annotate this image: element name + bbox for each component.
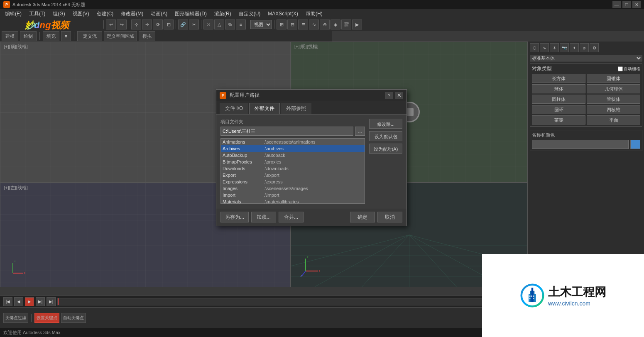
menu-graph-editor[interactable]: 图形编辑器(D) — [171, 10, 210, 18]
menu-modifier[interactable]: 修改器(M) — [118, 10, 147, 18]
schematic-button[interactable]: ⊕ — [320, 20, 330, 29]
curve-editor-button[interactable]: ∿ — [309, 20, 319, 29]
define-flow-button[interactable]: 定义流 — [77, 31, 102, 41]
menu-render[interactable]: 渲染(R) — [211, 10, 235, 18]
ok-button[interactable]: 确定 — [350, 212, 375, 222]
go-end-button[interactable]: ▶| — [47, 297, 56, 306]
object-name-input[interactable] — [532, 140, 629, 149]
menu-edit[interactable]: 编辑(E) — [2, 10, 25, 18]
minimize-button[interactable]: — — [612, 1, 621, 8]
unlink-button[interactable]: ✂ — [189, 20, 199, 29]
list-item-archives[interactable]: Archives .\archives — [221, 145, 365, 152]
align-button[interactable]: ⊟ — [287, 20, 297, 29]
pyramid-button[interactable]: 四棱锥 — [587, 105, 640, 114]
layer-button[interactable]: ≣ — [298, 20, 308, 29]
spinner-snap-button[interactable]: ≡ — [236, 20, 246, 29]
object-category-select[interactable]: 标准基本体 — [530, 55, 642, 61]
menu-help[interactable]: 帮助(H) — [302, 10, 326, 18]
menu-maxscript[interactable]: MAXScript(X) — [264, 10, 301, 17]
list-item-animations[interactable]: Animations .\sceneassets\animations — [221, 139, 365, 145]
list-item-autobackup[interactable]: AutoBackup .\autoback — [221, 152, 365, 159]
list-item-materials[interactable]: Materials .\materiallibraries — [221, 198, 365, 204]
tube-button[interactable]: 管状体 — [587, 95, 640, 104]
simulate-button[interactable]: 模拟 — [139, 31, 155, 41]
key-filter-button[interactable]: 关键点过滤 — [3, 313, 28, 323]
create-camera-icon[interactable]: 📷 — [560, 43, 569, 52]
menu-tools[interactable]: 工具(T) — [26, 10, 49, 18]
cone-button[interactable]: 圆锥体 — [587, 74, 640, 83]
teapot-button[interactable]: 茶壶 — [532, 115, 585, 125]
play-button[interactable]: ▶ — [25, 297, 34, 306]
undo-button[interactable]: ↩ — [106, 20, 116, 29]
list-item-export[interactable]: Export .\export — [221, 172, 365, 178]
box-button[interactable]: 长方体 — [532, 74, 585, 83]
paths-list[interactable]: Animations .\sceneassets\animations Arch… — [220, 138, 365, 204]
menu-animation[interactable]: 动画(A) — [147, 10, 171, 18]
menu-group[interactable]: 组(G) — [49, 10, 68, 18]
fill-button[interactable]: 填充 — [43, 31, 59, 41]
modify-path-button[interactable]: 修改路... — [369, 119, 402, 129]
list-item-images[interactable]: Images .\sceneassets\images — [221, 185, 365, 192]
scale-button[interactable]: ⊡ — [164, 20, 174, 29]
percent-snap-button[interactable]: % — [225, 20, 235, 29]
link-button[interactable]: 🔗 — [178, 20, 188, 29]
set-key-button[interactable]: 设置关键点 — [34, 313, 59, 323]
go-start-button[interactable]: |◀ — [3, 297, 12, 306]
create-geometry-icon[interactable]: ⬡ — [530, 43, 539, 52]
close-button[interactable]: ✕ — [632, 1, 641, 8]
list-item-downloads[interactable]: Downloads .\downloads — [221, 165, 365, 172]
project-path-input[interactable] — [220, 127, 353, 136]
create-helper-icon[interactable]: ✦ — [570, 43, 579, 52]
create-spacewarp-icon[interactable]: ⌀ — [580, 43, 589, 52]
set-pair-button[interactable]: 设为配对(A) — [369, 144, 402, 154]
sphere-button[interactable]: 球体 — [532, 84, 585, 93]
select-button[interactable]: ⊹ — [131, 20, 141, 29]
prev-frame-button[interactable]: ◀ — [14, 297, 23, 306]
snap-button[interactable]: 3 — [203, 20, 213, 29]
tab-external-ref[interactable]: 外部参照 — [281, 103, 311, 114]
build-button[interactable]: 建模 — [2, 31, 18, 41]
rotate-button[interactable]: ⟳ — [153, 20, 163, 29]
plane-button[interactable]: 平面 — [587, 115, 640, 125]
cancel-button[interactable]: 取消 — [377, 212, 402, 222]
list-item-bitmapproxies[interactable]: BitmapProxies .\proxies — [221, 159, 365, 165]
material-button[interactable]: ◈ — [331, 20, 340, 29]
merge-button[interactable]: 合并... — [279, 212, 304, 222]
reference-system-select[interactable]: 视图 世界 局部 — [250, 20, 272, 29]
save-as-button[interactable]: 另存为... — [220, 212, 249, 222]
set-default-button[interactable]: 设为默认包 — [369, 131, 402, 141]
render-setup-button[interactable]: 🎬 — [341, 20, 351, 29]
dialog-help-button[interactable]: ? — [385, 92, 393, 99]
torus-button[interactable]: 圆环 — [532, 105, 585, 114]
color-swatch[interactable] — [630, 140, 640, 149]
dialog-close-button[interactable]: ✕ — [395, 92, 403, 99]
panel-header: 标准基本体 — [530, 55, 642, 61]
fill-options-button[interactable]: ▼ — [61, 31, 71, 41]
create-system-icon[interactable]: ⚙ — [590, 43, 599, 52]
create-shape-icon[interactable]: ∿ — [540, 43, 549, 52]
dialog-browse-button[interactable]: ... — [355, 127, 365, 136]
cylinder-button[interactable]: 圆柱体 — [532, 95, 585, 104]
angle-snap-button[interactable]: △ — [214, 20, 224, 29]
next-frame-button[interactable]: ▶| — [36, 297, 45, 306]
list-item-import[interactable]: Import .\import — [221, 192, 365, 198]
object-type-label: 对象类型 — [532, 65, 552, 72]
auto-grid-checkbox[interactable] — [618, 66, 623, 71]
paint-button[interactable]: 绘制 — [20, 31, 37, 41]
menu-customize[interactable]: 自定义(U) — [235, 10, 264, 18]
menu-view[interactable]: 视图(V) — [69, 10, 93, 18]
mirror-button[interactable]: ⊞ — [277, 20, 286, 29]
list-item-expressions[interactable]: Expressions .\express — [221, 178, 365, 185]
tab-file-io[interactable]: 文件 I/O — [220, 103, 248, 114]
geosphere-button[interactable]: 几何球体 — [587, 84, 640, 93]
maximize-button[interactable]: □ — [622, 1, 631, 8]
define-space-button[interactable]: 定义空间区域 — [104, 31, 137, 41]
move-button[interactable]: ✛ — [142, 20, 152, 29]
tab-external-files[interactable]: 外部文件 — [249, 103, 280, 114]
menu-create[interactable]: 创建(C) — [93, 10, 117, 18]
create-light-icon[interactable]: ☀ — [550, 43, 559, 52]
redo-button[interactable]: ↪ — [117, 20, 127, 29]
auto-key-button[interactable]: 自动关键点 — [61, 313, 86, 323]
load-button[interactable]: 加载... — [251, 212, 276, 222]
render-button[interactable]: ▶ — [352, 20, 362, 29]
